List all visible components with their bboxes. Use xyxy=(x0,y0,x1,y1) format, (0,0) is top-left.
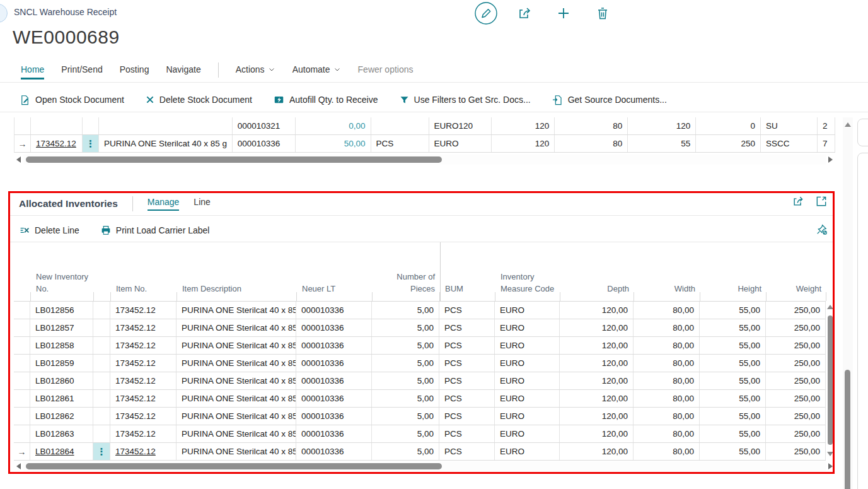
tab-posting[interactable]: Posting xyxy=(120,64,149,80)
row-ellipsis-cell[interactable] xyxy=(93,355,110,372)
grid-cell[interactable]: PCS xyxy=(439,372,495,389)
scroll-left-arrow[interactable] xyxy=(16,463,21,469)
grid-cell[interactable]: LB012864 xyxy=(30,443,93,460)
grid-cell[interactable]: LB012863 xyxy=(30,425,93,442)
grid-cell[interactable]: 173452.12 xyxy=(110,302,176,319)
grid-cell[interactable]: 120,00 xyxy=(560,337,634,354)
grid-cell[interactable]: SSCC xyxy=(761,135,818,152)
grid-cell[interactable]: PCS xyxy=(439,443,495,460)
row-selector-cell[interactable] xyxy=(14,117,31,134)
table-row[interactable]: 0000103210,00EURO120120801200SU2 xyxy=(14,117,835,135)
column-header[interactable]: Depth xyxy=(560,242,634,301)
column-header[interactable]: Number of Pieces xyxy=(373,242,440,301)
grid-cell[interactable]: 250,00 xyxy=(766,443,826,460)
grid-cell[interactable] xyxy=(31,117,83,134)
grid-cell[interactable]: PURINA ONE Sterilcat 40 x 85 g xyxy=(176,337,296,354)
grid-cell[interactable]: 0,00 xyxy=(296,117,371,134)
grid-cell[interactable]: 55,00 xyxy=(700,319,766,336)
grid-cell[interactable]: 000010336 xyxy=(296,302,372,319)
table-row[interactable]: LB012858173452.12PURINA ONE Sterilcat 40… xyxy=(14,337,826,355)
grid-cell[interactable]: 000010336 xyxy=(296,425,372,442)
part-tab-line[interactable]: Line xyxy=(194,197,210,211)
tab-actions[interactable]: Actions xyxy=(236,64,275,80)
grid-cell[interactable]: 80,00 xyxy=(634,319,700,336)
grid-cell[interactable]: 173452.12 xyxy=(110,319,176,336)
grid-cell[interactable]: 5,00 xyxy=(372,443,439,460)
scroll-right-arrow[interactable] xyxy=(828,463,833,469)
grid-cell[interactable]: 120,00 xyxy=(560,408,634,425)
tab-print-send[interactable]: Print/Send xyxy=(61,64,102,80)
share-icon[interactable] xyxy=(517,6,532,21)
grid-cell[interactable]: EURO xyxy=(495,390,560,407)
grid-cell[interactable]: 250,00 xyxy=(766,372,826,389)
grid-cell[interactable]: 5,00 xyxy=(372,355,439,372)
column-header[interactable]: BUM xyxy=(440,242,495,301)
grid-cell[interactable]: EURO xyxy=(429,135,492,152)
grid-cell[interactable]: 120,00 xyxy=(560,355,634,372)
grid-cell[interactable]: 000010336 xyxy=(296,443,372,460)
scroll-track[interactable] xyxy=(23,461,826,471)
row-selector-cell[interactable] xyxy=(14,337,30,354)
grid-cell[interactable]: 000010336 xyxy=(296,372,372,389)
row-selector-cell[interactable]: → xyxy=(14,443,30,460)
row-ellipsis-cell[interactable] xyxy=(93,372,110,389)
grid-cell[interactable]: PURINA ONE Sterilcat 40 x 85 g xyxy=(176,355,296,372)
grid-cell[interactable]: 173452.12 xyxy=(110,355,176,372)
grid-cell[interactable]: EURO xyxy=(495,337,560,354)
focus-mode-icon[interactable] xyxy=(815,195,828,208)
grid-cell[interactable]: 173452.12 xyxy=(110,425,176,442)
scroll-thumb[interactable] xyxy=(26,463,442,469)
grid-cell[interactable]: LB012861 xyxy=(30,390,93,407)
delete-line-button[interactable]: Delete Line xyxy=(19,225,79,236)
grid-cell[interactable] xyxy=(371,117,429,134)
row-selector-cell[interactable] xyxy=(14,425,30,442)
column-header[interactable]: Height xyxy=(700,242,767,301)
tab-automate[interactable]: Automate xyxy=(292,64,341,80)
grid-cell[interactable]: 80,00 xyxy=(634,443,700,460)
grid-cell[interactable]: EURO xyxy=(495,425,560,442)
grid-cell[interactable]: 173452.12 xyxy=(110,408,176,425)
delete-stock-document-button[interactable]: Delete Stock Document xyxy=(145,95,252,105)
grid-cell[interactable]: 80 xyxy=(555,135,628,152)
column-header[interactable]: Neuer LT xyxy=(297,242,373,301)
grid-cell[interactable]: PURINA ONE Sterilcat 40 x 85 g xyxy=(176,408,296,425)
grid-cell[interactable]: 120,00 xyxy=(560,372,634,389)
scroll-down-arrow[interactable] xyxy=(827,452,833,456)
grid-cell[interactable]: PURINA ONE Sterilcat 40 x 85 g xyxy=(176,372,296,389)
grid-cell[interactable]: PURINA ONE Sterilcat 40 x 85 g xyxy=(176,390,296,407)
grid-cell[interactable]: PURINA ONE Sterilcat 40 x 85 g xyxy=(176,425,296,442)
share-icon[interactable] xyxy=(792,195,804,208)
grid-cell[interactable]: 120,00 xyxy=(560,443,634,460)
table-row[interactable]: LB012857173452.12PURINA ONE Sterilcat 40… xyxy=(14,319,826,337)
table-row[interactable]: LB012863173452.12PURINA ONE Sterilcat 40… xyxy=(14,425,826,443)
grid-cell[interactable]: LB012859 xyxy=(30,355,93,372)
table-row[interactable]: →LB012864⋮173452.12PURINA ONE Sterilcat … xyxy=(14,443,826,461)
row-ellipsis-cell[interactable] xyxy=(93,337,110,354)
get-source-documents-button[interactable]: Get Source Documents... xyxy=(552,94,667,106)
grid-cell[interactable]: 50,00 xyxy=(296,135,371,152)
row-ellipsis-cell[interactable]: ⋮ xyxy=(83,135,99,152)
table-vscrollbar[interactable] xyxy=(826,302,835,461)
autofill-qty-button[interactable]: Autofill Qty. to Receive xyxy=(273,94,378,106)
grid-cell[interactable]: 000010336 xyxy=(233,135,296,152)
row-ellipsis-cell[interactable] xyxy=(93,302,110,319)
grid-cell[interactable]: 80 xyxy=(555,117,628,134)
row-selector-cell[interactable] xyxy=(14,319,30,336)
grid-cell[interactable]: 173452.12 xyxy=(110,443,176,460)
grid-cell[interactable]: 173452.12 xyxy=(110,337,176,354)
grid-cell[interactable]: EURO120 xyxy=(429,117,492,134)
grid-cell[interactable]: 120,00 xyxy=(560,390,634,407)
grid-cell[interactable]: 000010336 xyxy=(296,390,372,407)
grid-cell[interactable]: 173452.12 xyxy=(110,390,176,407)
scroll-thumb[interactable] xyxy=(26,156,442,163)
row-ellipsis-cell[interactable] xyxy=(93,408,110,425)
grid-cell[interactable]: EURO xyxy=(495,372,560,389)
tab-navigate[interactable]: Navigate xyxy=(166,64,200,80)
table-row[interactable]: LB012860173452.12PURINA ONE Sterilcat 40… xyxy=(14,372,826,390)
grid-cell[interactable]: SU xyxy=(761,117,818,134)
grid-cell[interactable]: 000010336 xyxy=(296,355,372,372)
column-header[interactable]: Weight xyxy=(767,242,826,301)
grid-cell[interactable]: PCS xyxy=(439,408,495,425)
row-ellipsis-cell[interactable] xyxy=(93,319,110,336)
grid-cell[interactable]: LB012862 xyxy=(30,408,93,425)
